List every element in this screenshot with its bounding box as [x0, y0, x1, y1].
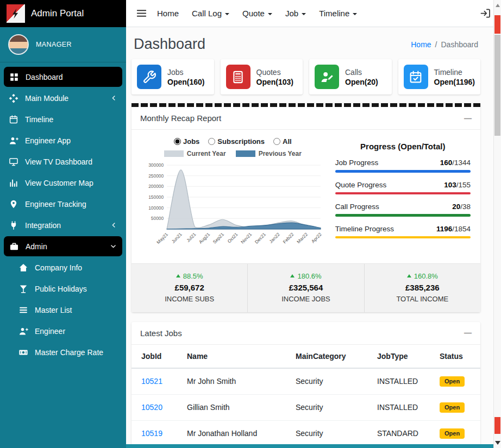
page-title: Dashboard	[134, 36, 205, 53]
sidebar-item-label: View Customer Map	[25, 179, 93, 187]
sidebar-item-dashboard[interactable]: Dashboard	[4, 67, 122, 87]
filter-option-subscriptions[interactable]: Subscriptions	[208, 137, 265, 146]
recap-title: Monthly Recap Report	[140, 113, 221, 123]
recap-area-chart: 50000100000150000200000250000300000May21…	[141, 160, 324, 256]
sidebar-item-view-customer-map[interactable]: View Customer Map	[0, 172, 126, 193]
job-id-link[interactable]: 10521	[141, 377, 162, 386]
income-amount: £325,564	[252, 283, 359, 292]
radio-jobs[interactable]	[174, 138, 181, 145]
sidebar-item-engineer-tracking[interactable]: Engineer Tracking	[0, 193, 126, 214]
stat-card-calls[interactable]: CallsOpen(20)	[309, 59, 392, 94]
job-id-link[interactable]: 10520	[141, 403, 162, 412]
scroll-down-arrow-icon[interactable]	[495, 441, 500, 445]
stat-card-value: Open(103)	[256, 78, 293, 86]
breadcrumb-home-link[interactable]: Home	[411, 40, 431, 49]
sidebar-item-engineer[interactable]: Engineer	[0, 320, 126, 342]
filter-option-jobs[interactable]: Jobs	[174, 137, 199, 146]
column-header-maincategory: MainCategory	[289, 345, 371, 368]
cell-maincategory: Security	[289, 394, 371, 420]
up-arrow-icon	[407, 274, 411, 277]
filter-label: Subscriptions	[217, 137, 265, 146]
job-id-link[interactable]: 10519	[141, 429, 162, 438]
table-header-row: JobIdNameMainCategoryJobTypeStatus	[131, 345, 480, 368]
income-amount: £385,236	[369, 283, 476, 292]
cell-name: Mr Jonathan Holland	[180, 420, 289, 446]
svg-text:200000: 200000	[148, 184, 164, 189]
sidebar-item-master-list[interactable]: Master List	[0, 299, 126, 320]
svg-text:250000: 250000	[148, 173, 164, 179]
chart-legend: Current YearPrevious Year	[164, 150, 302, 157]
radio-subscriptions[interactable]	[208, 138, 215, 145]
stat-card-text: QuotesOpen(103)	[256, 68, 293, 86]
nav-item-quote[interactable]: Quote	[242, 9, 272, 18]
stat-card-quotes[interactable]: QuotesOpen(103)	[221, 59, 303, 94]
legend-previous-year: Previous Year	[236, 150, 302, 157]
up-arrow-icon	[290, 274, 295, 277]
vertical-scrollbar[interactable]	[493, 0, 501, 448]
nav-item-timeline[interactable]: Timeline	[319, 9, 357, 18]
sidebar-item-public-holidays[interactable]: Public Holidays	[0, 278, 126, 299]
cell-jobid: 10519	[131, 420, 180, 446]
monthly-recap-card: Monthly Recap Report — JobsSubscriptions…	[131, 103, 480, 312]
svg-text:May21: May21	[155, 231, 169, 245]
progress-total-count: /38	[460, 203, 471, 211]
page-header: Dashboard Home / Dashboard	[131, 34, 480, 59]
scrollbar-thumb[interactable]	[494, 35, 500, 136]
chart-panel: JobsSubscriptionsAll Current YearPreviou…	[141, 136, 324, 256]
filter-option-all[interactable]: All	[273, 137, 292, 146]
svg-text:50000: 50000	[151, 216, 164, 221]
svg-text:Jun21: Jun21	[171, 231, 183, 244]
latest-jobs-title: Latest Jobs	[140, 329, 182, 338]
stat-card-label: Timeline	[434, 68, 475, 77]
sidebar-item-label: Admin	[26, 242, 47, 251]
svg-text:Aug21: Aug21	[198, 231, 211, 244]
svg-text:Dec21: Dec21	[254, 231, 267, 244]
monitor-icon	[9, 157, 18, 167]
progress-call-progress: Call Progress20/38	[335, 203, 471, 217]
sidebar-item-timeline[interactable]: Timeline	[0, 109, 126, 130]
sidebar-item-main-module[interactable]: Main Module	[0, 87, 126, 109]
collapse-icon[interactable]: —	[464, 329, 472, 337]
scroll-up-arrow-icon[interactable]	[496, 4, 500, 7]
sidebar-item-label: Public Holidays	[35, 285, 87, 293]
sidebar-item-admin[interactable]: Admin	[4, 236, 122, 256]
progress-total-count: /1854	[452, 225, 471, 233]
progress-row: Job Progress160/1344	[335, 159, 471, 167]
radio-all[interactable]	[273, 138, 280, 145]
wrench-icon	[137, 65, 161, 89]
sidebar-item-master-charge-rate[interactable]: Master Charge Rate	[0, 342, 126, 363]
scroll-mark-top	[494, 15, 500, 34]
caret-down-icon	[302, 13, 306, 15]
progress-bar	[335, 170, 471, 173]
stat-card-value: Open(20)	[345, 78, 378, 86]
sidebar-item-integration[interactable]: Integration	[0, 214, 126, 236]
income-stat-income-jobs: 180.6%£325,564INCOME JOBS	[248, 264, 364, 312]
collapse-icon[interactable]: —	[464, 115, 472, 122]
progress-value: 1196/1854	[436, 225, 471, 233]
sidebar-item-label: Dashboard	[26, 73, 63, 81]
nav-item-home[interactable]: Home	[157, 9, 179, 18]
sidebar-item-view-tv-dashboard[interactable]: View TV Dashboard	[0, 151, 126, 172]
svg-text:Nov21: Nov21	[240, 231, 253, 244]
progress-panel: Progress (Open/Total) Job Progress160/13…	[335, 136, 471, 256]
grid-icon	[9, 72, 19, 82]
stat-card-timeline[interactable]: TimelineOpen(1196)	[398, 59, 481, 94]
menu-toggle-icon[interactable]	[136, 8, 147, 19]
filter-label: All	[283, 137, 292, 146]
income-stat-income-subs: 88.5%£59,672INCOME SUBS	[131, 264, 248, 312]
progress-bar	[335, 192, 471, 195]
breadcrumb: Home / Dashboard	[411, 40, 478, 49]
income-label: INCOME JOBS	[252, 295, 359, 303]
avatar[interactable]	[8, 34, 29, 55]
logout-icon[interactable]	[480, 8, 491, 19]
nav-item-call-log[interactable]: Call Log	[192, 9, 229, 18]
sidebar-item-company-info[interactable]: Company Info	[0, 257, 126, 278]
progress-open-count: 1196	[436, 225, 452, 233]
progress-label: Job Progress	[335, 159, 379, 167]
sidebar-item-engineer-app[interactable]: Engineer App	[0, 130, 126, 151]
table-row: 10521Mr John SmithSecurityINSTALLEDOpen	[131, 368, 480, 395]
stat-card-jobs[interactable]: JobsOpen(160)	[131, 59, 214, 94]
column-header-jobtype: JobType	[371, 345, 433, 368]
nav-item-job[interactable]: Job	[285, 9, 306, 18]
sidebar-item-label: Engineer	[35, 327, 65, 336]
